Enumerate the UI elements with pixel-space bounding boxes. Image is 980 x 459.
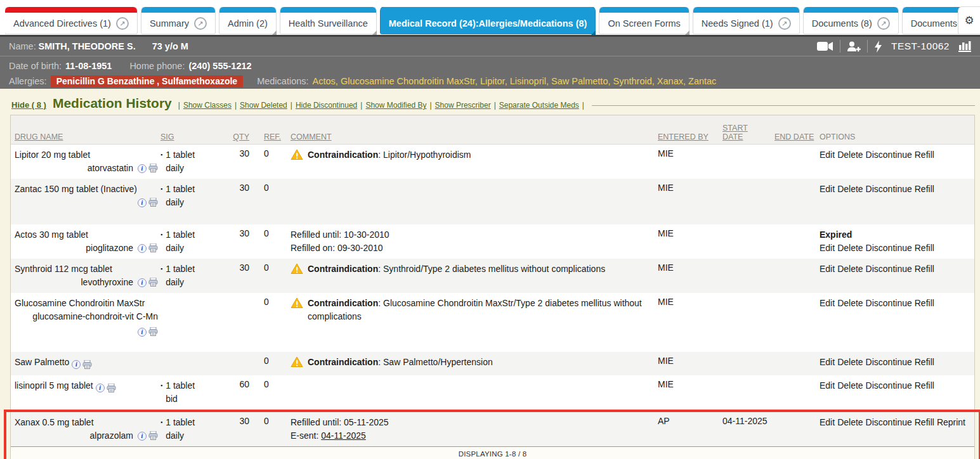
drug-info-icon[interactable]: i	[138, 328, 147, 337]
popout-icon[interactable]: ↗	[778, 17, 791, 30]
tab-documents-8[interactable]: Documents (8)↗	[804, 7, 898, 34]
option-delete[interactable]: Delete	[837, 417, 863, 427]
drug-info-icon[interactable]: i	[138, 164, 147, 173]
col-sig[interactable]: SIG	[160, 130, 224, 141]
col-start-date[interactable]: START DATE	[719, 121, 772, 141]
col-entered-by[interactable]: ENTERED BY	[653, 130, 719, 141]
col-qty[interactable]: QTY	[224, 130, 253, 141]
option-discontinue[interactable]: Discontinue	[866, 357, 912, 367]
medication-link[interactable]: Lipitor	[480, 76, 505, 86]
option-discontinue[interactable]: Discontinue	[866, 184, 912, 194]
drug-info-icon[interactable]: i	[72, 360, 81, 369]
tab-needs-signed-1[interactable]: Needs Signed (1)↗	[693, 7, 799, 34]
option-edit[interactable]: Edit	[820, 298, 835, 308]
print-icon[interactable]	[82, 358, 92, 372]
option-delete[interactable]: Delete	[837, 298, 863, 308]
option-delete[interactable]: Delete	[837, 184, 863, 194]
add-person-icon[interactable]	[847, 41, 861, 52]
section-link-show-deleted[interactable]: Show Deleted	[240, 101, 287, 110]
section-link-show-prescriber[interactable]: Show Prescriber	[435, 101, 491, 110]
print-icon[interactable]	[148, 276, 158, 289]
print-icon[interactable]	[148, 242, 158, 255]
tab-summary[interactable]: Summary↗	[141, 7, 215, 34]
option-edit[interactable]: Edit	[820, 357, 835, 367]
patient-age-sex: 73 y/o M	[152, 41, 188, 51]
medication-link[interactable]: Actos	[313, 76, 336, 86]
drug-info-icon[interactable]: i	[96, 384, 105, 392]
popout-icon[interactable]: ↗	[116, 17, 129, 30]
video-camera-icon[interactable]	[817, 41, 833, 51]
option-edit[interactable]: Edit	[820, 264, 835, 274]
option-edit[interactable]: Edit	[820, 380, 835, 391]
sig-text: 1 tablet daily	[166, 262, 204, 289]
medication-link[interactable]: Lisinopril	[510, 76, 546, 86]
section-link-show-modified-by[interactable]: Show Modified By	[365, 101, 426, 110]
print-icon[interactable]	[148, 162, 158, 175]
bar-chart-icon[interactable]	[958, 41, 971, 52]
option-edit[interactable]: Edit	[820, 150, 835, 160]
settings-tab[interactable]: ⚙	[958, 7, 980, 34]
popout-icon[interactable]: ↗	[877, 17, 890, 30]
drug-info-icon[interactable]: i	[138, 432, 147, 441]
option-edit[interactable]: Edit	[820, 243, 835, 253]
option-discontinue[interactable]: Discontinue	[866, 150, 912, 160]
medication-link[interactable]: Zantac	[688, 76, 716, 86]
option-delete[interactable]: Delete	[837, 243, 863, 253]
option-refill[interactable]: Refill	[915, 380, 934, 391]
popout-icon[interactable]: ↗	[194, 17, 207, 30]
lightning-icon[interactable]	[874, 41, 882, 53]
drug-name: Actos 30 mg tablet	[15, 228, 160, 242]
option-refill[interactable]: Refill	[915, 417, 934, 427]
print-icon[interactable]	[148, 196, 158, 209]
option-refill[interactable]: Refill	[915, 357, 934, 367]
section-link-show-classes[interactable]: Show Classes	[183, 101, 232, 110]
esent-date-link[interactable]: 04-11-2025	[321, 430, 366, 441]
drug-info-icon[interactable]: i	[138, 198, 147, 207]
drug-cell: lisinopril 5 mg tableti	[11, 375, 160, 410]
option-delete[interactable]: Delete	[837, 150, 863, 160]
option-edit[interactable]: Edit	[820, 417, 835, 427]
options-cell: EditDeleteDiscontinueRefill	[814, 145, 974, 179]
col-drug-name[interactable]: DRUG NAME	[11, 130, 160, 141]
medication-link[interactable]: Xanax	[657, 76, 683, 86]
option-delete[interactable]: Delete	[837, 264, 863, 274]
option-refill[interactable]: Refill	[915, 264, 934, 274]
medication-link[interactable]: Synthroid	[613, 76, 652, 86]
hide-link[interactable]: Hide ( 8 )	[11, 100, 46, 110]
col-ref[interactable]: REF.	[253, 130, 283, 141]
option-refill[interactable]: Refill	[915, 184, 934, 194]
option-discontinue[interactable]: Discontinue	[866, 417, 912, 427]
option-edit[interactable]: Edit	[820, 184, 835, 194]
tab-medical-record-24-allergies-medications-8[interactable]: Medical Record (24):Allergies/Medication…	[381, 7, 596, 34]
sig-text: 1 tablet daily	[166, 183, 204, 209]
option-delete[interactable]: Delete	[837, 357, 863, 367]
tab-health-surveillance[interactable]: Health Surveillance	[280, 7, 376, 34]
print-icon[interactable]	[148, 325, 158, 339]
option-reprint[interactable]: Reprint	[937, 417, 965, 427]
drug-cell: Actos 30 mg tabletpioglitazonei	[11, 224, 160, 259]
tab-admin-2[interactable]: Admin (2)	[219, 7, 276, 34]
option-discontinue[interactable]: Discontinue	[866, 264, 912, 274]
option-refill[interactable]: Refill	[915, 298, 934, 308]
section-link-separate-outside-meds[interactable]: Separate Outside Meds	[499, 101, 579, 110]
option-refill[interactable]: Refill	[915, 243, 934, 253]
option-discontinue[interactable]: Discontinue	[866, 243, 912, 253]
option-discontinue[interactable]: Discontinue	[866, 298, 912, 308]
tab-color-strip	[5, 7, 137, 13]
medication-link[interactable]: Glucosamine Chondroitin MaxStr	[341, 76, 475, 86]
col-comment[interactable]: COMMENT	[283, 130, 653, 141]
option-links: EditDeleteDiscontinueRefill	[820, 262, 974, 276]
option-delete[interactable]: Delete	[837, 380, 863, 391]
medication-link[interactable]: Saw Palmetto	[551, 76, 608, 86]
print-icon[interactable]	[107, 382, 116, 395]
section-link-hide-discontinued[interactable]: Hide Discontinued	[296, 101, 357, 110]
option-discontinue[interactable]: Discontinue	[866, 380, 912, 391]
drug-info-icon[interactable]: i	[138, 244, 147, 253]
drug-icon-set: i	[138, 242, 158, 255]
tab-advanced-directives-1[interactable]: Advanced Directives (1)↗	[5, 7, 137, 34]
drug-info-icon[interactable]: i	[138, 278, 147, 287]
col-end-date[interactable]: END DATE	[772, 130, 814, 141]
tab-on-screen-forms[interactable]: On Screen Forms	[599, 7, 688, 34]
print-icon[interactable]	[148, 429, 158, 443]
option-refill[interactable]: Refill	[915, 150, 934, 160]
